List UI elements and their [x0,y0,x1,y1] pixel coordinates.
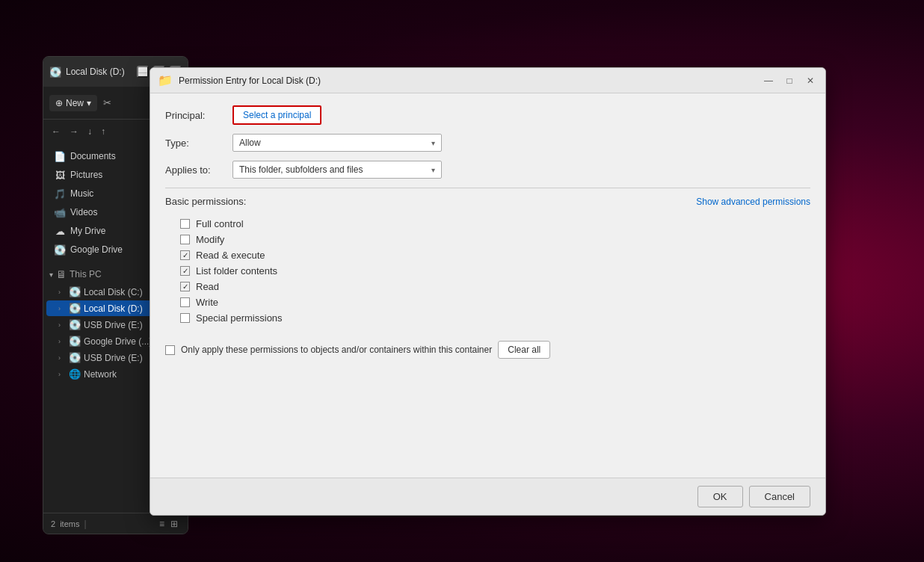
select-arrow-icon: ▾ [431,166,435,174]
new-plus-icon: ⊕ [55,98,63,108]
ok-button[interactable]: OK [697,486,743,507]
only-apply-row: Only apply these permissions to objects … [165,341,810,359]
explorer-title-text: Local Disk (D:) [66,67,132,77]
select-arrow-icon: ▾ [431,139,435,147]
chevron-right-icon: › [58,288,66,296]
read-execute-label: Read & execute [196,250,265,261]
new-button-label: New [66,98,84,108]
divider [165,188,810,188]
network-icon: 🌐 [69,368,81,380]
permission-item-write: Write [165,294,810,310]
usb-e-icon: 💽 [69,319,81,330]
modify-label: Modify [196,234,224,245]
principal-row: Principal: Select a principal [165,105,810,125]
new-button[interactable]: ⊕ New ▾ [49,95,97,111]
local-c-icon: 💽 [69,286,81,297]
up-button[interactable]: ↑ [97,123,109,140]
full-control-label: Full control [196,218,244,229]
read-checkbox[interactable]: ✓ [180,282,190,291]
tree-item-label: Google Drive (...) [84,336,152,347]
dialog-footer: OK Cancel [150,478,825,515]
tree-item-label: Local Disk (D:) [84,303,143,314]
this-pc-label: This PC [70,269,102,280]
footer-separator: | [84,519,86,529]
dialog-title: Permission Entry for Local Disk (D:) [179,75,755,86]
view-buttons: ≡ ⊞ [157,517,180,531]
only-apply-checkbox[interactable] [165,345,175,355]
explorer-footer: 2 items | ≡ ⊞ [43,513,188,534]
chevron-right-icon: › [58,338,66,345]
clear-all-button[interactable]: Clear all [498,341,550,359]
list-view-button[interactable]: ≡ [157,517,167,531]
read-label: Read [196,281,219,292]
videos-icon: 📹 [54,206,66,218]
write-checkbox[interactable] [180,297,190,307]
dialog-maximize-button[interactable]: □ [782,73,797,88]
write-label: Write [196,297,218,308]
tree-item-label: USB Drive (E:) [84,320,143,330]
pictures-icon: 🖼 [54,169,66,181]
applies-to-select[interactable]: This folder, subfolders and files ▾ [232,161,442,179]
tree-item-label: USB Drive (E:) [84,353,143,363]
forward-button[interactable]: → [66,123,82,140]
my-drive-icon: ☁ [54,225,66,237]
sidebar-item-label: Videos [70,207,97,217]
applies-to-row: Applies to: This folder, subfolders and … [165,161,810,179]
type-select[interactable]: Allow ▾ [232,134,442,152]
permission-dialog: 📁 Permission Entry for Local Disk (D:) —… [150,67,826,516]
tree-item-label: Local Disk (C:) [84,287,143,297]
documents-icon: 📄 [54,150,66,162]
this-pc-icon: 🖥 [56,268,67,280]
special-label: Special permissions [196,312,283,324]
modify-checkbox[interactable] [180,235,190,244]
dialog-titlebar: 📁 Permission Entry for Local Disk (D:) —… [150,68,825,93]
list-folder-label: List folder contents [196,265,277,277]
permissions-header: Basic permissions: Show advanced permiss… [165,196,810,207]
permission-item-read: ✓ Read [165,279,810,294]
chevron-right-icon: › [58,305,66,312]
only-apply-label: Only apply these permissions to objects … [181,345,492,355]
full-control-checkbox[interactable] [180,219,190,229]
type-row: Type: Allow ▾ [165,134,810,152]
grid-view-button[interactable]: ⊞ [168,517,180,531]
applies-to-value: This folder, subfolders and files [239,164,363,175]
dialog-close-button[interactable]: ✕ [803,73,818,88]
sidebar-item-label: My Drive [70,226,105,236]
new-chevron-icon: ▾ [87,98,91,108]
back-button[interactable]: ← [48,123,64,140]
chevron-right-icon: › [58,321,66,329]
chevron-right-icon: › [58,371,66,378]
principal-label: Principal: [165,110,225,121]
sidebar-item-label: Pictures [70,170,102,180]
items-label: items [60,519,79,528]
dialog-minimize-button[interactable]: — [761,73,776,88]
chevron-down-icon: ▾ [49,271,53,279]
sidebar-item-label: Google Drive [70,244,123,255]
permission-item-modify: Modify [165,232,810,247]
dialog-body: Principal: Select a principal Type: Allo… [150,93,825,478]
type-value: Allow [239,138,261,148]
tree-item-label: Network [84,369,117,380]
item-count: 2 [51,519,55,528]
type-label: Type: [165,138,225,149]
google-drive-icon: 💽 [54,244,66,256]
minimize-button[interactable]: — [137,66,149,78]
cut-button[interactable]: ✂ [100,94,114,111]
sidebar-item-label: Documents [70,151,116,161]
usb-e2-icon: 💽 [69,352,81,363]
cancel-button[interactable]: Cancel [749,486,810,507]
permission-item-read-execute: ✓ Read & execute [165,247,810,263]
select-principal-button[interactable]: Select a principal [232,105,321,125]
permission-item-full-control: Full control [165,216,810,232]
google-drive-2-icon: 💽 [69,336,81,347]
special-checkbox[interactable] [180,313,190,323]
applies-to-label: Applies to: [165,164,225,176]
read-execute-checkbox[interactable]: ✓ [180,250,190,260]
list-folder-checkbox[interactable]: ✓ [180,266,190,276]
dialog-folder-icon: 📁 [158,73,173,87]
show-advanced-link[interactable]: Show advanced permissions [696,197,810,207]
local-d-icon: 💽 [69,303,81,314]
basic-permissions-title: Basic permissions: [165,196,246,207]
chevron-right-icon: › [58,354,66,362]
expand-button[interactable]: ↓ [84,123,96,140]
